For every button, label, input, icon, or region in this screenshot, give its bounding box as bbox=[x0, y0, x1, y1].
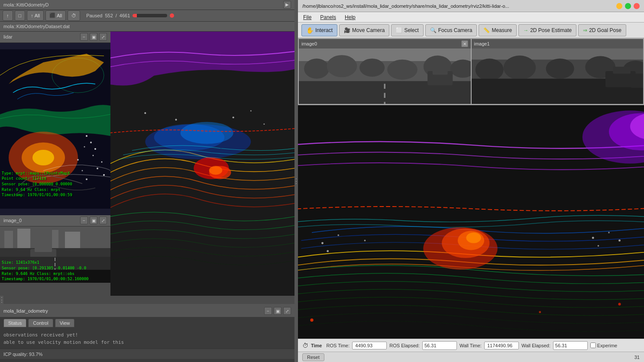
frame-btn[interactable]: □ bbox=[15, 10, 26, 21]
menu-panels[interactable]: Panels bbox=[318, 13, 338, 21]
svg-rect-24 bbox=[87, 229, 104, 248]
rviz-min-btn[interactable] bbox=[616, 3, 622, 9]
image-panel-controls: − ▣ ⤢ bbox=[80, 217, 107, 224]
expand-icon[interactable]: ▶ bbox=[283, 1, 291, 9]
ros-elapsed-input[interactable] bbox=[422, 341, 457, 350]
camera-image-panel[interactable]: Size: 1241x376x1 Sensor pose: [0.291305 … bbox=[0, 226, 110, 283]
move-camera-label: Move Camera bbox=[352, 27, 385, 33]
pose-estimate-btn[interactable]: → 2D Pose Estimate bbox=[518, 24, 576, 36]
svg-point-84 bbox=[618, 303, 621, 305]
rviz-close-btn[interactable] bbox=[634, 3, 640, 9]
tab-status[interactable]: Status bbox=[3, 319, 26, 327]
measure-btn[interactable]: 📏 Measure bbox=[479, 24, 517, 36]
lidar-label: lidar bbox=[3, 34, 13, 39]
reset-btn[interactable]: Reset bbox=[302, 353, 324, 361]
svg-rect-23 bbox=[65, 232, 80, 248]
main-panel-divider[interactable]: ⋮ bbox=[294, 0, 298, 362]
panel-divider[interactable]: ⋮ bbox=[0, 296, 3, 304]
up-all-btn[interactable]: ↑ All bbox=[27, 10, 44, 21]
svg-point-7 bbox=[84, 146, 85, 147]
experiment-checkbox[interactable] bbox=[590, 343, 596, 348]
interact-btn[interactable]: ✋ Interact bbox=[301, 24, 337, 36]
menu-help[interactable]: Help bbox=[343, 13, 357, 21]
lidar-expand-btn[interactable]: ⤢ bbox=[99, 33, 107, 41]
svg-point-83 bbox=[310, 318, 313, 321]
kitti-panel-header: mola::KittiOdometryD ▶ bbox=[0, 0, 294, 10]
image-restore-btn[interactable]: ▣ bbox=[90, 217, 97, 224]
svg-point-40 bbox=[250, 110, 252, 111]
svg-point-45 bbox=[327, 55, 357, 77]
lidar-panel-header: lidar − ▣ ⤢ bbox=[0, 32, 110, 43]
lidar-info-line-5: Timestamp: 1970/01/01,00:00:59 bbox=[2, 192, 72, 198]
svg-point-82 bbox=[598, 245, 599, 247]
image-info-line-3: Rate: 9.646 Hz Class: mrpt::obs bbox=[2, 271, 88, 277]
lidar-minus-btn[interactable]: − bbox=[80, 33, 88, 41]
svg-point-80 bbox=[608, 232, 610, 233]
bottom-expand-btn[interactable]: ⤢ bbox=[283, 307, 291, 315]
image-expand-btn[interactable]: ⤢ bbox=[99, 217, 107, 224]
svg-point-32 bbox=[181, 122, 233, 144]
all-btn[interactable]: ⬛ All bbox=[45, 10, 66, 21]
svg-point-9 bbox=[93, 155, 94, 156]
frame-current: 552 bbox=[105, 13, 113, 18]
select-btn[interactable]: ⬜ Select bbox=[391, 24, 423, 36]
goal-pose-icon: ⇒ bbox=[583, 27, 587, 33]
measure-label: Measure bbox=[492, 27, 512, 33]
wall-elapsed-input[interactable] bbox=[553, 341, 588, 350]
time-section-label: Time bbox=[311, 343, 322, 348]
rviz-window-controls bbox=[616, 3, 640, 9]
rviz-3d-view[interactable] bbox=[298, 105, 644, 339]
lidar-info-line-2: Point count: 117124 bbox=[2, 176, 72, 181]
rviz-title-bar: /home/jlblanco/ros2_ws/install/mola_lida… bbox=[298, 0, 644, 12]
tab-control[interactable]: Control bbox=[28, 319, 53, 327]
image0-content[interactable] bbox=[299, 48, 471, 104]
mrpt-toolbar: ↑ □ ↑ All ⬛ All ⏱ Paused 552 / 4661 bbox=[0, 10, 294, 22]
main-3d-svg bbox=[110, 32, 294, 296]
svg-point-76 bbox=[337, 234, 339, 236]
lidar-info-line-1: Type: mrpt::maps::CPointsMapX bbox=[2, 171, 72, 176]
log-area: observations received yet! able to use v… bbox=[0, 329, 294, 349]
svg-point-10 bbox=[77, 159, 79, 161]
progress-fill bbox=[133, 14, 137, 17]
rviz-status-bar: Reset 31 bbox=[298, 352, 644, 362]
wall-time-value: 1174490.96 bbox=[484, 342, 519, 349]
main-3d-view[interactable] bbox=[110, 32, 294, 296]
svg-point-59 bbox=[546, 58, 574, 79]
rviz-images-strip: image0 ✕ bbox=[298, 38, 644, 105]
goal-pose-btn[interactable]: ⇒ 2D Goal Pose bbox=[578, 24, 626, 36]
lidar-panel-controls: − ▣ ⤢ bbox=[80, 33, 107, 41]
focus-camera-label: Focus Camera bbox=[438, 27, 472, 33]
bottom-panel-title: mola_lidar_odometry bbox=[3, 308, 48, 314]
svg-rect-53 bbox=[433, 68, 448, 74]
wall-time-label: Wall Time: bbox=[460, 343, 482, 348]
rviz-max-btn[interactable] bbox=[625, 3, 631, 9]
svg-rect-20 bbox=[17, 229, 30, 248]
paused-label: Paused bbox=[86, 13, 102, 18]
focus-camera-btn[interactable]: 🔍 Focus Camera bbox=[425, 24, 477, 36]
svg-point-79 bbox=[592, 237, 594, 239]
ros-time-value: 4490.93 bbox=[352, 342, 387, 349]
rviz-title-text: /home/jlblanco/ros2_ws/install/mola_lida… bbox=[302, 3, 613, 9]
move-camera-btn[interactable]: 🎥 Move Camera bbox=[339, 24, 389, 36]
image1-content[interactable] bbox=[472, 48, 644, 104]
image-info-line-1: Size: 1241x376x1 bbox=[2, 260, 88, 265]
menu-file[interactable]: File bbox=[301, 13, 313, 21]
svg-point-74 bbox=[466, 233, 481, 243]
tab-view[interactable]: View bbox=[55, 319, 75, 327]
ros-time-label: ROS Time: bbox=[326, 343, 350, 348]
bottom-minus-btn[interactable]: − bbox=[264, 307, 272, 315]
left-panel: mola::KittiOdometryD ▶ ↑ □ ↑ All ⬛ All ⏱… bbox=[0, 0, 294, 362]
log-line-2: able to use velocity motion model for th… bbox=[3, 339, 291, 346]
image-minus-btn[interactable]: − bbox=[80, 217, 88, 224]
experiment-checkbox-container: Experime bbox=[590, 343, 617, 348]
clock-btn[interactable]: ⏱ bbox=[68, 10, 80, 21]
svg-point-8 bbox=[94, 148, 96, 150]
up-arrow-btn[interactable]: ↑ bbox=[3, 10, 13, 21]
ros-elapsed-label: ROS Elapsed: bbox=[389, 343, 420, 348]
bottom-restore-btn[interactable]: ▣ bbox=[274, 307, 282, 315]
lidar-restore-btn[interactable]: ▣ bbox=[90, 33, 97, 41]
svg-point-4 bbox=[32, 150, 54, 165]
progress-bar[interactable] bbox=[133, 14, 167, 17]
image0-close-btn[interactable]: ✕ bbox=[461, 40, 468, 47]
lidar-view[interactable]: Type: mrpt::maps::CPointsMapX Point coun… bbox=[0, 43, 110, 215]
